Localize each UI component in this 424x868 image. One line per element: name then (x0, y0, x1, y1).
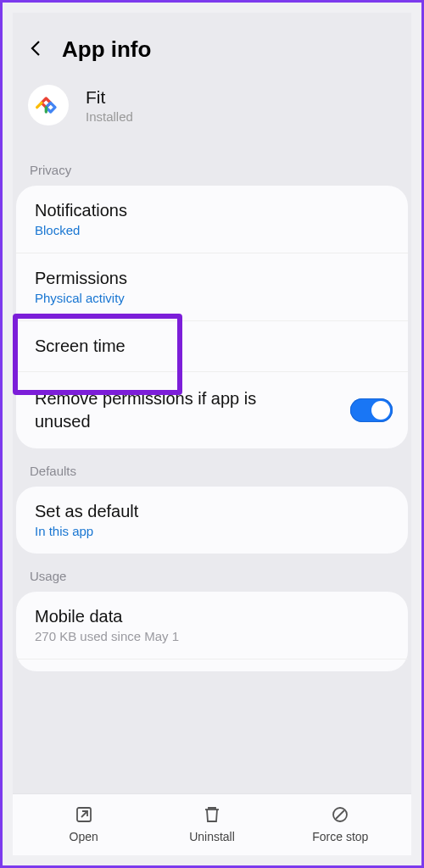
mobile-data-title: Mobile data (35, 607, 389, 626)
uninstall-button[interactable]: Uninstall (161, 804, 263, 843)
set-default-sub: In this app (35, 524, 389, 538)
page-title: App info (62, 36, 151, 63)
section-label-privacy: Privacy (13, 147, 411, 186)
prohibit-icon (330, 804, 350, 825)
force-stop-button[interactable]: Force stop (289, 804, 391, 843)
remove-permissions-toggle[interactable] (350, 398, 393, 422)
trash-icon (202, 804, 222, 825)
chevron-left-icon (26, 38, 47, 58)
permissions-title: Permissions (35, 269, 389, 288)
permissions-status: Physical activity (35, 291, 389, 305)
app-summary: Fit Installed (13, 80, 411, 147)
fit-heart-icon (35, 92, 62, 119)
notifications-row[interactable]: Notifications Blocked (16, 186, 408, 253)
force-stop-label: Force stop (312, 830, 368, 843)
cutoff-row (16, 659, 408, 671)
section-label-defaults: Defaults (13, 448, 411, 487)
permissions-row[interactable]: Permissions Physical activity (16, 253, 408, 321)
app-name: Fit (86, 87, 133, 108)
svg-line-3 (336, 810, 344, 819)
notifications-title: Notifications (35, 201, 389, 220)
set-default-row[interactable]: Set as default In this app (16, 487, 408, 554)
toggle-knob (371, 401, 390, 420)
open-button[interactable]: Open (33, 804, 135, 843)
defaults-card: Set as default In this app (16, 487, 408, 554)
app-install-status: Installed (86, 109, 133, 124)
section-label-usage: Usage (13, 554, 411, 592)
tutorial-highlight (13, 314, 182, 395)
mobile-data-sub: 270 KB used since May 1 (35, 629, 389, 643)
notifications-status: Blocked (35, 223, 389, 237)
bottom-action-bar: Open Uninstall Force stop (13, 793, 411, 855)
usage-card: Mobile data 270 KB used since May 1 (16, 592, 408, 671)
open-label: Open (70, 830, 98, 843)
back-button[interactable] (26, 38, 47, 62)
uninstall-label: Uninstall (189, 830, 235, 843)
mobile-data-row[interactable]: Mobile data 270 KB used since May 1 (16, 592, 408, 659)
app-icon (28, 85, 69, 125)
svg-line-1 (81, 811, 87, 817)
open-external-icon (74, 804, 94, 825)
set-default-title: Set as default (35, 502, 389, 521)
